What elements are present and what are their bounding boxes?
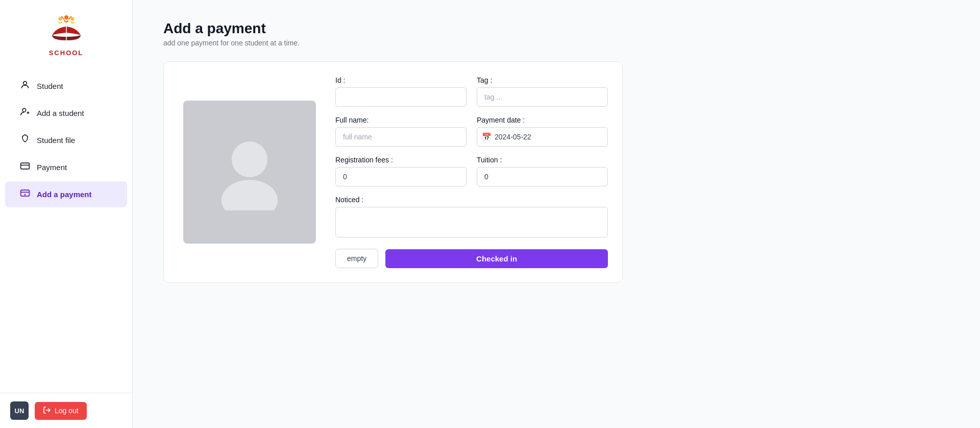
payment-date-input[interactable] [477,127,608,147]
student-file-icon [19,134,31,147]
form-row-fees: Registration fees : Tuition : [335,156,608,186]
svg-point-2 [70,17,74,21]
add-payment-icon [19,188,31,201]
student-photo [183,101,316,244]
tag-input[interactable] [477,87,608,107]
form-group-tag: Tag : [477,76,608,107]
form-row-id-tag: Id : Tag : [335,76,608,107]
form-group-fullname: Full name: [335,116,467,147]
svg-point-6 [22,108,26,112]
sidebar-footer: UN Log out [0,393,132,428]
fullname-label: Full name: [335,116,467,124]
checkin-button[interactable]: Checked in [385,249,608,268]
empty-button[interactable]: empty [335,249,378,268]
date-input-wrap: 📅 [477,127,608,147]
svg-point-16 [232,141,267,177]
logout-button[interactable]: Log out [35,402,87,420]
photo-section [178,76,321,268]
logo: SCHOOL [0,0,132,67]
form-actions: empty Checked in [335,249,608,268]
noticed-textarea[interactable] [335,207,608,237]
reg-fees-label: Registration fees : [335,156,467,164]
tuition-input[interactable] [477,167,608,186]
form-group-tuition: Tuition : [477,156,608,186]
sidebar-item-add-payment-label: Add a payment [37,190,92,199]
sidebar-item-add-payment[interactable]: Add a payment [5,181,127,207]
sidebar-item-payment-label: Payment [37,163,67,172]
sidebar-item-student-file[interactable]: Student file [5,127,127,153]
payment-date-label: Payment date : [477,116,608,124]
form-group-id: Id : [335,76,467,107]
svg-point-0 [64,15,68,19]
id-label: Id : [335,76,467,84]
id-input[interactable] [335,87,467,107]
page-title: Add a payment [163,20,949,37]
avatar-placeholder-icon [216,134,283,210]
form-group-reg-fees: Registration fees : [335,156,467,186]
logo-label: SCHOOL [49,49,84,57]
fullname-input[interactable] [335,127,467,147]
tag-label: Tag : [477,76,608,84]
reg-fees-input[interactable] [335,167,467,186]
payment-icon [19,161,31,174]
noticed-label: Noticed : [335,196,608,204]
payment-card: Id : Tag : Full name: Payment date : � [163,61,623,283]
avatar: UN [10,401,29,420]
sidebar-item-payment[interactable]: Payment [5,154,127,180]
student-icon [19,80,31,92]
logo-icon [46,12,87,48]
tuition-label: Tuition : [477,156,608,164]
main-content: Add a payment add one payment for one st… [133,0,980,428]
svg-rect-9 [21,163,30,169]
svg-point-17 [222,180,278,210]
svg-point-1 [58,17,62,21]
add-student-icon [19,107,31,120]
logout-label: Log out [55,407,79,415]
calendar-icon: 📅 [482,132,492,141]
sidebar-item-student-file-label: Student file [37,136,75,145]
sidebar-item-student[interactable]: Student [5,73,127,99]
page-subtitle: add one payment for one student at a tim… [163,39,949,47]
form-group-noticed: Noticed : [335,196,608,237]
sidebar-nav: Student Add a student Student file Payme… [0,67,132,393]
sidebar: SCHOOL Student Add a student Student fil… [0,0,133,428]
form-group-payment-date: Payment date : 📅 [477,116,608,147]
svg-point-5 [23,81,27,85]
sidebar-item-add-student-label: Add a student [37,109,84,117]
logout-icon [43,406,51,416]
form-section: Id : Tag : Full name: Payment date : � [335,76,608,268]
sidebar-item-add-student[interactable]: Add a student [5,100,127,126]
sidebar-item-student-label: Student [37,82,63,90]
form-row-fullname-date: Full name: Payment date : 📅 [335,116,608,147]
